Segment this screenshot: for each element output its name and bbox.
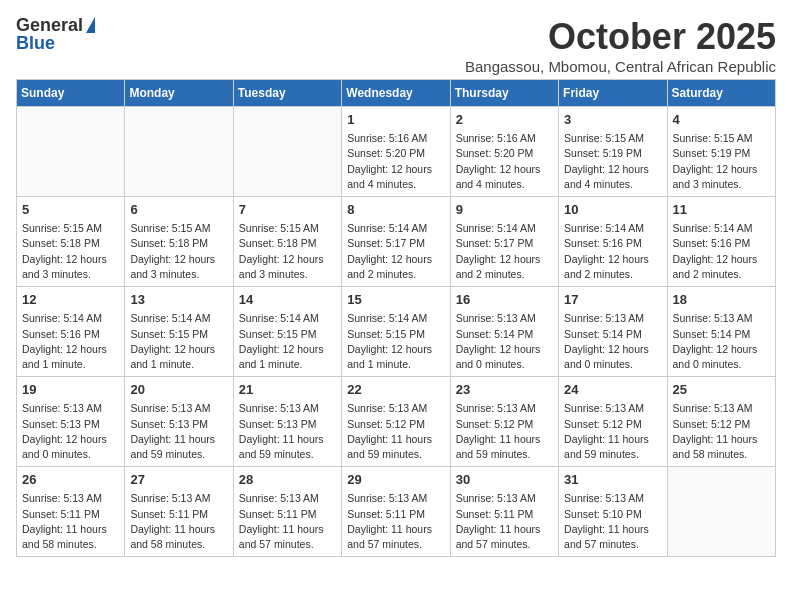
calendar-day-11: 11Sunrise: 5:14 AM Sunset: 5:16 PM Dayli… bbox=[667, 197, 775, 287]
day-info: Sunrise: 5:13 AM Sunset: 5:10 PM Dayligh… bbox=[564, 491, 661, 552]
calendar-day-26: 26Sunrise: 5:13 AM Sunset: 5:11 PM Dayli… bbox=[17, 467, 125, 557]
calendar-day-31: 31Sunrise: 5:13 AM Sunset: 5:10 PM Dayli… bbox=[559, 467, 667, 557]
day-number: 11 bbox=[673, 201, 770, 219]
day-number: 14 bbox=[239, 291, 336, 309]
calendar-day-empty bbox=[233, 107, 341, 197]
day-info: Sunrise: 5:15 AM Sunset: 5:18 PM Dayligh… bbox=[239, 221, 336, 282]
calendar-day-29: 29Sunrise: 5:13 AM Sunset: 5:11 PM Dayli… bbox=[342, 467, 450, 557]
day-info: Sunrise: 5:15 AM Sunset: 5:19 PM Dayligh… bbox=[564, 131, 661, 192]
day-number: 29 bbox=[347, 471, 444, 489]
day-number: 24 bbox=[564, 381, 661, 399]
calendar-day-22: 22Sunrise: 5:13 AM Sunset: 5:12 PM Dayli… bbox=[342, 377, 450, 467]
day-info: Sunrise: 5:15 AM Sunset: 5:19 PM Dayligh… bbox=[673, 131, 770, 192]
day-number: 15 bbox=[347, 291, 444, 309]
weekday-header-monday: Monday bbox=[125, 80, 233, 107]
logo-blue-text: Blue bbox=[16, 34, 55, 52]
calendar-day-5: 5Sunrise: 5:15 AM Sunset: 5:18 PM Daylig… bbox=[17, 197, 125, 287]
weekday-header-tuesday: Tuesday bbox=[233, 80, 341, 107]
day-info: Sunrise: 5:14 AM Sunset: 5:17 PM Dayligh… bbox=[347, 221, 444, 282]
day-number: 3 bbox=[564, 111, 661, 129]
day-info: Sunrise: 5:14 AM Sunset: 5:16 PM Dayligh… bbox=[564, 221, 661, 282]
calendar-day-20: 20Sunrise: 5:13 AM Sunset: 5:13 PM Dayli… bbox=[125, 377, 233, 467]
day-number: 16 bbox=[456, 291, 553, 309]
day-number: 25 bbox=[673, 381, 770, 399]
calendar-day-13: 13Sunrise: 5:14 AM Sunset: 5:15 PM Dayli… bbox=[125, 287, 233, 377]
day-info: Sunrise: 5:16 AM Sunset: 5:20 PM Dayligh… bbox=[456, 131, 553, 192]
day-number: 8 bbox=[347, 201, 444, 219]
day-number: 23 bbox=[456, 381, 553, 399]
calendar-day-9: 9Sunrise: 5:14 AM Sunset: 5:17 PM Daylig… bbox=[450, 197, 558, 287]
logo: General Blue bbox=[16, 16, 95, 52]
day-info: Sunrise: 5:13 AM Sunset: 5:12 PM Dayligh… bbox=[673, 401, 770, 462]
day-number: 5 bbox=[22, 201, 119, 219]
day-number: 12 bbox=[22, 291, 119, 309]
day-number: 13 bbox=[130, 291, 227, 309]
calendar-day-8: 8Sunrise: 5:14 AM Sunset: 5:17 PM Daylig… bbox=[342, 197, 450, 287]
weekday-header-thursday: Thursday bbox=[450, 80, 558, 107]
calendar-day-empty bbox=[17, 107, 125, 197]
calendar-day-27: 27Sunrise: 5:13 AM Sunset: 5:11 PM Dayli… bbox=[125, 467, 233, 557]
day-number: 10 bbox=[564, 201, 661, 219]
calendar-day-24: 24Sunrise: 5:13 AM Sunset: 5:12 PM Dayli… bbox=[559, 377, 667, 467]
logo-general-text: General bbox=[16, 16, 83, 34]
day-number: 2 bbox=[456, 111, 553, 129]
day-number: 7 bbox=[239, 201, 336, 219]
calendar-week-row: 26Sunrise: 5:13 AM Sunset: 5:11 PM Dayli… bbox=[17, 467, 776, 557]
day-number: 28 bbox=[239, 471, 336, 489]
calendar-day-7: 7Sunrise: 5:15 AM Sunset: 5:18 PM Daylig… bbox=[233, 197, 341, 287]
calendar-week-row: 12Sunrise: 5:14 AM Sunset: 5:16 PM Dayli… bbox=[17, 287, 776, 377]
weekday-header-sunday: Sunday bbox=[17, 80, 125, 107]
calendar-day-25: 25Sunrise: 5:13 AM Sunset: 5:12 PM Dayli… bbox=[667, 377, 775, 467]
calendar-day-18: 18Sunrise: 5:13 AM Sunset: 5:14 PM Dayli… bbox=[667, 287, 775, 377]
day-number: 17 bbox=[564, 291, 661, 309]
day-info: Sunrise: 5:13 AM Sunset: 5:11 PM Dayligh… bbox=[22, 491, 119, 552]
weekday-header-row: SundayMondayTuesdayWednesdayThursdayFrid… bbox=[17, 80, 776, 107]
day-info: Sunrise: 5:15 AM Sunset: 5:18 PM Dayligh… bbox=[22, 221, 119, 282]
day-number: 18 bbox=[673, 291, 770, 309]
day-info: Sunrise: 5:13 AM Sunset: 5:14 PM Dayligh… bbox=[456, 311, 553, 372]
day-info: Sunrise: 5:14 AM Sunset: 5:16 PM Dayligh… bbox=[673, 221, 770, 282]
weekday-header-friday: Friday bbox=[559, 80, 667, 107]
weekday-header-saturday: Saturday bbox=[667, 80, 775, 107]
calendar-day-17: 17Sunrise: 5:13 AM Sunset: 5:14 PM Dayli… bbox=[559, 287, 667, 377]
calendar-week-row: 19Sunrise: 5:13 AM Sunset: 5:13 PM Dayli… bbox=[17, 377, 776, 467]
calendar-day-21: 21Sunrise: 5:13 AM Sunset: 5:13 PM Dayli… bbox=[233, 377, 341, 467]
day-info: Sunrise: 5:13 AM Sunset: 5:13 PM Dayligh… bbox=[239, 401, 336, 462]
day-number: 4 bbox=[673, 111, 770, 129]
day-number: 1 bbox=[347, 111, 444, 129]
day-info: Sunrise: 5:13 AM Sunset: 5:11 PM Dayligh… bbox=[456, 491, 553, 552]
day-info: Sunrise: 5:14 AM Sunset: 5:16 PM Dayligh… bbox=[22, 311, 119, 372]
calendar-day-28: 28Sunrise: 5:13 AM Sunset: 5:11 PM Dayli… bbox=[233, 467, 341, 557]
calendar-day-16: 16Sunrise: 5:13 AM Sunset: 5:14 PM Dayli… bbox=[450, 287, 558, 377]
day-number: 20 bbox=[130, 381, 227, 399]
day-info: Sunrise: 5:13 AM Sunset: 5:14 PM Dayligh… bbox=[564, 311, 661, 372]
day-number: 19 bbox=[22, 381, 119, 399]
title-area: October 2025 Bangassou, Mbomou, Central … bbox=[465, 16, 776, 75]
day-info: Sunrise: 5:15 AM Sunset: 5:18 PM Dayligh… bbox=[130, 221, 227, 282]
calendar-day-30: 30Sunrise: 5:13 AM Sunset: 5:11 PM Dayli… bbox=[450, 467, 558, 557]
day-number: 22 bbox=[347, 381, 444, 399]
location-subtitle: Bangassou, Mbomou, Central African Repub… bbox=[465, 58, 776, 75]
calendar-table: SundayMondayTuesdayWednesdayThursdayFrid… bbox=[16, 79, 776, 557]
weekday-header-wednesday: Wednesday bbox=[342, 80, 450, 107]
calendar-day-2: 2Sunrise: 5:16 AM Sunset: 5:20 PM Daylig… bbox=[450, 107, 558, 197]
day-number: 26 bbox=[22, 471, 119, 489]
calendar-day-1: 1Sunrise: 5:16 AM Sunset: 5:20 PM Daylig… bbox=[342, 107, 450, 197]
day-info: Sunrise: 5:13 AM Sunset: 5:11 PM Dayligh… bbox=[239, 491, 336, 552]
header: General Blue October 2025 Bangassou, Mbo… bbox=[16, 16, 776, 75]
calendar-week-row: 1Sunrise: 5:16 AM Sunset: 5:20 PM Daylig… bbox=[17, 107, 776, 197]
calendar-day-14: 14Sunrise: 5:14 AM Sunset: 5:15 PM Dayli… bbox=[233, 287, 341, 377]
calendar-day-6: 6Sunrise: 5:15 AM Sunset: 5:18 PM Daylig… bbox=[125, 197, 233, 287]
day-info: Sunrise: 5:16 AM Sunset: 5:20 PM Dayligh… bbox=[347, 131, 444, 192]
logo-icon bbox=[86, 17, 95, 33]
calendar-day-empty bbox=[125, 107, 233, 197]
day-info: Sunrise: 5:13 AM Sunset: 5:11 PM Dayligh… bbox=[130, 491, 227, 552]
calendar-day-empty bbox=[667, 467, 775, 557]
day-info: Sunrise: 5:14 AM Sunset: 5:15 PM Dayligh… bbox=[130, 311, 227, 372]
day-info: Sunrise: 5:13 AM Sunset: 5:14 PM Dayligh… bbox=[673, 311, 770, 372]
calendar-day-3: 3Sunrise: 5:15 AM Sunset: 5:19 PM Daylig… bbox=[559, 107, 667, 197]
month-year-title: October 2025 bbox=[465, 16, 776, 58]
day-info: Sunrise: 5:13 AM Sunset: 5:12 PM Dayligh… bbox=[347, 401, 444, 462]
day-info: Sunrise: 5:14 AM Sunset: 5:15 PM Dayligh… bbox=[239, 311, 336, 372]
calendar-day-10: 10Sunrise: 5:14 AM Sunset: 5:16 PM Dayli… bbox=[559, 197, 667, 287]
